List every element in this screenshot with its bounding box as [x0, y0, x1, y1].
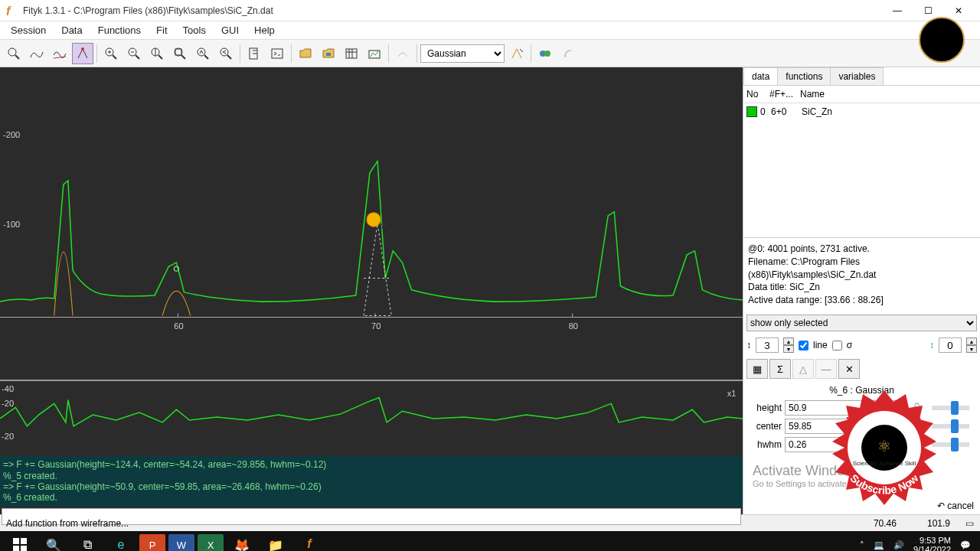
zoom-vert-icon[interactable] — [146, 43, 168, 64]
menu-tools[interactable]: Tools — [175, 23, 214, 37]
cursor-y: 101.9 — [927, 518, 950, 529]
sigma-checkbox[interactable] — [832, 341, 842, 350]
zoom-prev-icon[interactable] — [215, 43, 237, 64]
tool-add-peak-icon[interactable] — [72, 43, 93, 64]
zero-value[interactable] — [939, 337, 962, 353]
svg-text:70: 70 — [371, 321, 381, 331]
svg-point-19 — [220, 48, 228, 56]
col-name-header: Name — [800, 89, 977, 99]
line-checkbox[interactable] — [799, 341, 808, 350]
line-button[interactable]: — — [815, 359, 837, 379]
channel-logo-icon: ⚛ — [919, 17, 965, 63]
new-session-icon[interactable] — [243, 43, 265, 64]
menu-fit[interactable]: Fit — [149, 23, 175, 37]
search-icon[interactable]: 🔍 — [37, 531, 70, 551]
tool-zoom-rect-icon[interactable] — [3, 43, 24, 64]
cancel-link[interactable]: cancel — [947, 500, 974, 511]
strip-bg-icon[interactable] — [392, 43, 413, 64]
status-tray-icon: ▭ — [965, 518, 974, 529]
zoom-fit-icon[interactable] — [169, 43, 191, 64]
explorer-icon[interactable]: 📁 — [259, 531, 292, 551]
svg-text:-200: -200 — [3, 130, 20, 139]
zero-up[interactable]: ▲ — [966, 337, 977, 345]
menu-data[interactable]: Data — [54, 23, 90, 37]
peak-button[interactable]: △ — [792, 359, 814, 379]
svg-line-13 — [158, 55, 162, 59]
svg-line-10 — [136, 55, 139, 59]
filter-select[interactable]: show only selected — [746, 315, 977, 331]
sigma-label: σ — [847, 340, 852, 350]
edge-icon[interactable]: e — [104, 531, 138, 551]
svg-text:⚛: ⚛ — [877, 438, 891, 455]
svg-line-20 — [227, 55, 231, 59]
svg-rect-15 — [175, 49, 181, 55]
export-icon[interactable] — [364, 43, 385, 64]
start-button[interactable] — [3, 531, 37, 551]
task-view-icon[interactable]: ⧉ — [70, 531, 104, 551]
status-text: Add function from wireframe... — [6, 518, 858, 529]
svg-text:-40: -40 — [2, 384, 14, 393]
tab-functions[interactable]: functions — [777, 67, 831, 85]
tab-variables[interactable]: variables — [830, 67, 884, 85]
shift2-icon: ↕ — [929, 340, 934, 350]
menu-gui[interactable]: GUI — [214, 23, 247, 37]
minimize-button[interactable]: — — [882, 0, 913, 21]
residual-plot[interactable]: -40 -20 -20 x1 — [0, 380, 743, 456]
menu-help[interactable]: Help — [247, 23, 283, 37]
shift-down[interactable]: ▼ — [783, 345, 794, 353]
tray-network-icon[interactable]: 💻 — [874, 540, 884, 550]
shift-up[interactable]: ▲ — [783, 337, 794, 345]
param-center-label: center — [748, 421, 782, 432]
powerpoint-icon[interactable]: P — [139, 534, 165, 551]
data-editor-icon[interactable] — [341, 43, 362, 64]
undo-fit-icon[interactable] — [557, 43, 579, 64]
svg-rect-46 — [13, 538, 19, 544]
svg-rect-24 — [346, 49, 357, 58]
menu-session[interactable]: Session — [3, 23, 54, 37]
open-file-icon[interactable] — [295, 43, 316, 64]
zoom-auto-icon[interactable] — [192, 43, 214, 64]
svg-rect-23 — [326, 53, 331, 56]
svg-text:✢: ✢ — [378, 219, 387, 231]
save-file-icon[interactable] — [318, 43, 339, 64]
svg-text:80: 80 — [569, 321, 578, 331]
tool-range-icon[interactable] — [26, 43, 47, 64]
firefox-icon[interactable]: 🦊 — [225, 531, 259, 551]
cursor-x: 70.46 — [874, 518, 897, 529]
zoom-in-icon[interactable] — [100, 43, 122, 64]
line-label: line — [813, 340, 828, 350]
fityk-task-icon[interactable]: f — [292, 531, 326, 551]
function-type-select[interactable]: Gaussian — [420, 44, 505, 63]
excel-icon[interactable]: X — [198, 534, 224, 551]
svg-text:Scientific Software Skill: Scientific Software Skill — [853, 460, 916, 467]
title-bar: f Fityk 1.3.1 - C:\Program Files (x86)\F… — [0, 0, 980, 21]
sum-button[interactable]: Σ — [769, 359, 791, 379]
window-title: Fityk 1.3.1 - C:\Program Files (x86)\Fit… — [23, 5, 882, 16]
tray-volume-icon[interactable]: 🔊 — [893, 540, 904, 550]
zero-down[interactable]: ▼ — [966, 345, 977, 353]
tray-up-icon[interactable]: ˄ — [860, 540, 864, 550]
tab-data[interactable]: data — [743, 67, 778, 85]
svg-rect-49 — [21, 546, 27, 551]
svg-line-1 — [15, 55, 19, 59]
data-table: No #F+... Name 0 6+0 SiC_Zn — [743, 86, 980, 120]
delete-button[interactable]: ✕ — [838, 359, 860, 379]
svg-text:60: 60 — [174, 321, 183, 331]
svg-point-17 — [198, 48, 205, 56]
auto-add-icon[interactable] — [506, 43, 528, 64]
grid-button[interactable]: ▦ — [746, 359, 768, 379]
run-fit-icon[interactable] — [534, 43, 556, 64]
shift-value[interactable] — [756, 337, 779, 353]
data-row[interactable]: 0 6+0 SiC_Zn — [743, 103, 980, 120]
notification-icon[interactable]: 💬 — [960, 540, 971, 550]
menu-functions[interactable]: Functions — [90, 23, 149, 37]
svg-line-16 — [181, 55, 185, 59]
svg-line-26 — [520, 49, 523, 52]
system-clock[interactable]: 9:53 PM 9/14/2022 — [913, 536, 951, 551]
main-plot[interactable]: -200 -100 60 70 80 — [0, 67, 743, 380]
zoom-out-icon[interactable] — [123, 43, 145, 64]
execute-script-icon[interactable] — [266, 43, 288, 64]
word-icon[interactable]: W — [168, 534, 194, 551]
svg-rect-48 — [13, 546, 19, 551]
tool-baseline-icon[interactable] — [49, 43, 70, 64]
